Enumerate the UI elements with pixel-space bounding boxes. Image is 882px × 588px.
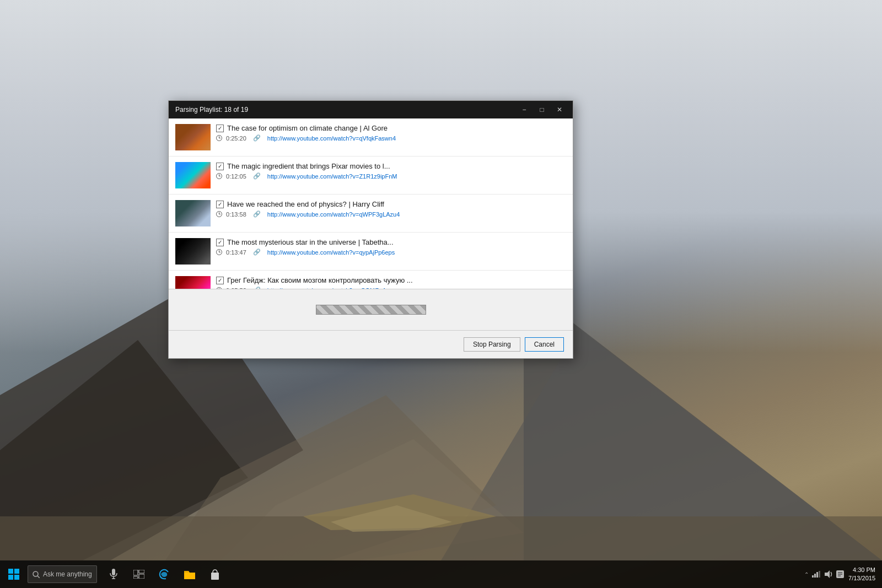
taskbar-right: ⌃ 4:30 PM bbox=[804, 566, 882, 583]
windows-logo-icon bbox=[8, 569, 19, 580]
close-button[interactable]: ✕ bbox=[553, 103, 566, 116]
svg-marker-28 bbox=[825, 570, 830, 578]
list-item: ✓ Грег Гейдж: Как своим мозгом контролир… bbox=[169, 271, 573, 289]
item-title: Грег Гейдж: Как своим мозгом контролиров… bbox=[227, 276, 413, 284]
item-checkbox[interactable]: ✓ bbox=[216, 125, 224, 132]
item-duration: 0:13:58 bbox=[216, 211, 246, 218]
svg-rect-18 bbox=[133, 570, 138, 575]
progress-area bbox=[169, 289, 573, 330]
dialog-titlebar: Parsing Playlist: 18 of 19 − □ ✕ bbox=[169, 101, 573, 118]
item-thumbnail bbox=[175, 238, 211, 265]
taskbar: Ask me anything bbox=[0, 560, 882, 588]
minimize-button[interactable]: − bbox=[518, 103, 531, 116]
item-checkbox[interactable]: ✓ bbox=[216, 163, 224, 170]
task-view-taskbar-icon[interactable] bbox=[127, 562, 151, 586]
link-icon: 🔗 bbox=[253, 249, 261, 256]
item-duration: 0:25:20 bbox=[216, 135, 246, 142]
svg-rect-20 bbox=[139, 574, 144, 579]
link-icon: 🔗 bbox=[253, 134, 261, 142]
svg-rect-10 bbox=[14, 569, 19, 574]
item-thumbnail bbox=[175, 200, 211, 226]
svg-line-14 bbox=[37, 576, 40, 578]
item-header: ✓ The case for optimism on climate chang… bbox=[216, 124, 566, 132]
link-icon: 🔗 bbox=[253, 172, 261, 180]
notification-icon bbox=[836, 570, 844, 578]
svg-rect-25 bbox=[814, 574, 816, 578]
stop-parsing-button[interactable]: Stop Parsing bbox=[464, 337, 520, 352]
item-content: ✓ The case for optimism on climate chang… bbox=[216, 124, 566, 142]
item-header: ✓ The magic ingredient that brings Pixar… bbox=[216, 162, 566, 170]
task-view-icon bbox=[133, 570, 144, 579]
parsing-dialog: Parsing Playlist: 18 of 19 − □ ✕ ✓ The c… bbox=[168, 100, 573, 359]
item-header: ✓ Have we reached the end of physics? | … bbox=[216, 200, 566, 208]
titlebar-controls: − □ ✕ bbox=[518, 103, 566, 116]
item-title: The case for optimism on climate change … bbox=[227, 124, 388, 132]
item-checkbox[interactable]: ✓ bbox=[216, 277, 224, 284]
item-meta: 0:25:20 🔗 http://www.youtube.com/watch?v… bbox=[216, 134, 566, 142]
clock-icon bbox=[216, 173, 222, 179]
item-content: ✓ The most mysterious star in the univer… bbox=[216, 238, 566, 256]
microphone-taskbar-icon[interactable] bbox=[101, 562, 126, 586]
svg-rect-27 bbox=[819, 571, 820, 578]
svg-rect-11 bbox=[8, 575, 13, 580]
start-button[interactable] bbox=[0, 560, 28, 588]
item-header: ✓ Грег Гейдж: Как своим мозгом контролир… bbox=[216, 276, 566, 284]
svg-rect-12 bbox=[14, 575, 19, 580]
store-taskbar-icon[interactable] bbox=[203, 562, 227, 586]
item-checkbox[interactable]: ✓ bbox=[216, 239, 224, 246]
item-content: ✓ The magic ingredient that brings Pixar… bbox=[216, 162, 566, 180]
taskbar-date-display: 7/13/2015 bbox=[848, 574, 875, 582]
clock-icon bbox=[216, 249, 222, 255]
list-item: ✓ Have we reached the end of physics? | … bbox=[169, 195, 573, 233]
clock-icon bbox=[216, 211, 222, 217]
list-item: ✓ The case for optimism on climate chang… bbox=[169, 118, 573, 157]
svg-rect-24 bbox=[812, 575, 814, 578]
item-thumbnail bbox=[175, 124, 211, 150]
microphone-icon bbox=[110, 569, 117, 580]
folder-taskbar-icon[interactable] bbox=[178, 562, 202, 586]
playlist-list: ✓ The case for optimism on climate chang… bbox=[169, 118, 573, 289]
network-icon bbox=[812, 571, 821, 578]
item-meta: 0:13:47 🔗 http://www.youtube.com/watch?v… bbox=[216, 249, 566, 256]
taskbar-icons bbox=[101, 562, 227, 586]
chevron-up-icon[interactable]: ⌃ bbox=[804, 571, 809, 578]
item-duration: 0:13:47 bbox=[216, 249, 246, 256]
clock-icon bbox=[216, 135, 222, 141]
volume-icon bbox=[824, 570, 833, 578]
folder-icon bbox=[184, 569, 195, 579]
item-content: ✓ Грег Гейдж: Как своим мозгом контролир… bbox=[216, 276, 566, 289]
item-thumbnail bbox=[175, 162, 211, 188]
item-meta: 0:13:58 🔗 http://www.youtube.com/watch?v… bbox=[216, 211, 566, 218]
svg-rect-23 bbox=[211, 573, 219, 580]
svg-rect-19 bbox=[139, 570, 144, 573]
taskbar-search[interactable]: Ask me anything bbox=[28, 565, 97, 583]
edge-icon bbox=[159, 569, 170, 580]
item-title: Have we reached the end of physics? | Ha… bbox=[227, 200, 384, 208]
svg-rect-22 bbox=[184, 571, 189, 573]
item-url[interactable]: http://www.youtube.com/watch?v=qypAjPp6e… bbox=[267, 249, 395, 256]
item-url[interactable]: http://www.youtube.com/watch?v=Z1R1z9ipF… bbox=[267, 173, 397, 180]
taskbar-clock[interactable]: 4:30 PM 7/13/2015 bbox=[848, 566, 875, 583]
list-item: ✓ The most mysterious star in the univer… bbox=[169, 233, 573, 271]
search-icon bbox=[33, 571, 40, 578]
system-tray-icons: ⌃ bbox=[804, 570, 844, 578]
item-meta: 0:12:05 🔗 http://www.youtube.com/watch?v… bbox=[216, 172, 566, 180]
item-checkbox[interactable]: ✓ bbox=[216, 201, 224, 208]
progress-bar bbox=[316, 305, 426, 315]
item-url[interactable]: http://www.youtube.com/watch?v=qVfqkFasw… bbox=[267, 135, 396, 142]
item-thumbnail bbox=[175, 276, 211, 289]
svg-rect-21 bbox=[133, 576, 138, 579]
dialog-footer: Stop Parsing Cancel bbox=[169, 330, 573, 358]
desktop: Parsing Playlist: 18 of 19 − □ ✕ ✓ The c… bbox=[0, 0, 882, 588]
edge-taskbar-icon[interactable] bbox=[152, 562, 176, 586]
item-content: ✓ Have we reached the end of physics? | … bbox=[216, 200, 566, 218]
maximize-button[interactable]: □ bbox=[535, 103, 548, 116]
item-url[interactable]: http://www.youtube.com/watch?v=qWPF3gLAz… bbox=[267, 211, 400, 218]
item-title: The most mysterious star in the universe… bbox=[227, 238, 394, 246]
list-item: ✓ The magic ingredient that brings Pixar… bbox=[169, 157, 573, 195]
svg-rect-15 bbox=[112, 569, 115, 575]
item-header: ✓ The most mysterious star in the univer… bbox=[216, 238, 566, 246]
cancel-button[interactable]: Cancel bbox=[525, 337, 564, 352]
svg-rect-9 bbox=[8, 569, 13, 574]
taskbar-time-display: 4:30 PM bbox=[848, 566, 875, 574]
